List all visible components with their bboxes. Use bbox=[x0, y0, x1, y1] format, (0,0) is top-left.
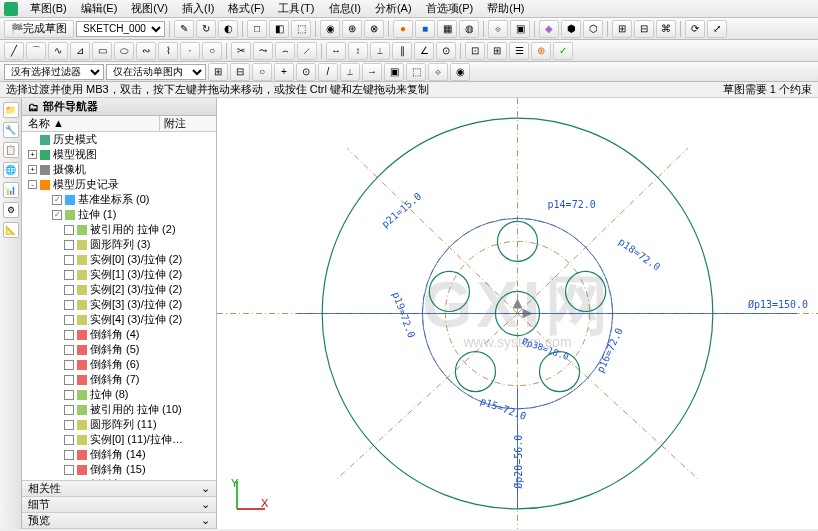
tree-item[interactable]: 实例[1] (3)/拉伸 (2) bbox=[22, 267, 216, 282]
chamfer-tool[interactable]: ⟋ bbox=[297, 42, 317, 60]
menu-tools[interactable]: 工具(T) bbox=[272, 1, 320, 16]
menu-info[interactable]: 信息(I) bbox=[323, 1, 367, 16]
tool-btn[interactable]: ▦ bbox=[437, 20, 457, 38]
tool-btn[interactable]: ⌇ bbox=[158, 42, 178, 60]
filter-dropdown[interactable]: 没有选择过滤器 bbox=[4, 64, 104, 80]
extend-tool[interactable]: ⤳ bbox=[253, 42, 273, 60]
tool-btn[interactable]: ⊙ bbox=[436, 42, 456, 60]
nav-section-preview[interactable]: 预览⌄ bbox=[22, 513, 216, 529]
tool-btn[interactable]: ◆ bbox=[539, 20, 559, 38]
tool-btn[interactable]: □ bbox=[247, 20, 267, 38]
tool-btn[interactable]: ☰ bbox=[509, 42, 529, 60]
spline-tool[interactable]: ∾ bbox=[136, 42, 156, 60]
tree-item[interactable]: +模型视图 bbox=[22, 147, 216, 162]
menu-analysis[interactable]: 分析(A) bbox=[369, 1, 418, 16]
menu-format[interactable]: 格式(F) bbox=[222, 1, 270, 16]
tool-btn[interactable]: ⬚ bbox=[406, 63, 426, 81]
resbar-btn[interactable]: 🔧 bbox=[3, 122, 19, 138]
tool-btn[interactable]: / bbox=[318, 63, 338, 81]
arc-tool[interactable]: ⌒ bbox=[26, 42, 46, 60]
tool-btn[interactable]: ⤢ bbox=[707, 20, 727, 38]
resbar-btn[interactable]: 📋 bbox=[3, 142, 19, 158]
tool-btn[interactable]: ↕ bbox=[348, 42, 368, 60]
tree-item[interactable]: ✓拉伸 (1) bbox=[22, 207, 216, 222]
resbar-btn[interactable]: 📊 bbox=[3, 182, 19, 198]
menu-insert[interactable]: 插入(I) bbox=[176, 1, 220, 16]
tool-btn[interactable]: ⟐ bbox=[488, 20, 508, 38]
point-tool[interactable]: · bbox=[180, 42, 200, 60]
fillet-tool[interactable]: ⌢ bbox=[275, 42, 295, 60]
tool-btn[interactable]: ⊞ bbox=[612, 20, 632, 38]
col-note[interactable]: 附注 bbox=[160, 116, 216, 131]
tree-item[interactable]: 倒斜角 (15) bbox=[22, 462, 216, 477]
tool-btn[interactable]: ⟳ bbox=[685, 20, 705, 38]
tool-btn[interactable]: ◍ bbox=[459, 20, 479, 38]
tool-btn[interactable]: ● bbox=[393, 20, 413, 38]
tool-btn[interactable]: ⊡ bbox=[465, 42, 485, 60]
tree-item[interactable]: 圆形阵列 (3) bbox=[22, 237, 216, 252]
menu-sketch[interactable]: 草图(B) bbox=[24, 1, 73, 16]
tool-btn[interactable]: ⊟ bbox=[230, 63, 250, 81]
tool-btn[interactable]: ⟐ bbox=[428, 63, 448, 81]
finish-sketch-button[interactable]: 🏁 完成草图 bbox=[4, 20, 74, 38]
tree-item[interactable]: 倒斜角 (6) bbox=[22, 357, 216, 372]
tree-item[interactable]: 倒斜角 (5) bbox=[22, 342, 216, 357]
curve-tool[interactable]: ∿ bbox=[48, 42, 68, 60]
tool-btn[interactable]: → bbox=[362, 63, 382, 81]
tool-btn[interactable]: ⊿ bbox=[70, 42, 90, 60]
resbar-nav[interactable]: 📁 bbox=[3, 102, 19, 118]
col-name[interactable]: 名称 ▲ bbox=[22, 116, 160, 131]
tree-item[interactable]: +摄像机 bbox=[22, 162, 216, 177]
resbar-btn[interactable]: 🌐 bbox=[3, 162, 19, 178]
tool-btn[interactable]: ∥ bbox=[392, 42, 412, 60]
tree-item[interactable]: 实例[3] (3)/拉伸 (2) bbox=[22, 297, 216, 312]
tool-btn[interactable]: ⬡ bbox=[583, 20, 603, 38]
menu-view[interactable]: 视图(V) bbox=[125, 1, 174, 16]
model-tree[interactable]: 历史模式+模型视图+摄像机-模型历史记录✓基准坐标系 (0)✓拉伸 (1)被引用… bbox=[22, 132, 216, 480]
tool-btn[interactable]: ▣ bbox=[510, 20, 530, 38]
rect-tool[interactable]: ▭ bbox=[92, 42, 112, 60]
tree-item[interactable]: 历史模式 bbox=[22, 132, 216, 147]
tool-btn[interactable]: ⬚ bbox=[291, 20, 311, 38]
tree-item[interactable]: 实例[4] (3)/拉伸 (2) bbox=[22, 312, 216, 327]
menu-edit[interactable]: 编辑(E) bbox=[75, 1, 124, 16]
scope-dropdown[interactable]: 仅在活动单图内 bbox=[106, 64, 206, 80]
menu-help[interactable]: 帮助(H) bbox=[481, 1, 530, 16]
tool-btn[interactable]: + bbox=[274, 63, 294, 81]
nav-section-details[interactable]: 细节⌄ bbox=[22, 497, 216, 513]
tree-item[interactable]: 实例[2] (3)/拉伸 (2) bbox=[22, 282, 216, 297]
tool-btn[interactable]: ⊕ bbox=[531, 42, 551, 60]
tree-item[interactable]: 圆形阵列 (11) bbox=[22, 417, 216, 432]
tool-btn[interactable]: ▣ bbox=[384, 63, 404, 81]
tool-btn[interactable]: ⊟ bbox=[634, 20, 654, 38]
tree-item[interactable]: ✓基准坐标系 (0) bbox=[22, 192, 216, 207]
tool-btn[interactable]: ⌘ bbox=[656, 20, 676, 38]
tree-item[interactable]: 实例[0] (3)/拉伸 (2) bbox=[22, 252, 216, 267]
tool-btn[interactable]: ⬢ bbox=[561, 20, 581, 38]
tool-btn[interactable]: ◉ bbox=[320, 20, 340, 38]
tool-btn[interactable]: ⊙ bbox=[296, 63, 316, 81]
tool-btn[interactable]: ⟂ bbox=[340, 63, 360, 81]
tool-btn[interactable]: ■ bbox=[415, 20, 435, 38]
tree-item[interactable]: 倒斜角 (7) bbox=[22, 372, 216, 387]
dim-tool[interactable]: ↔ bbox=[326, 42, 346, 60]
resbar-btn[interactable]: 📐 bbox=[3, 222, 19, 238]
tool-btn[interactable]: ⊗ bbox=[364, 20, 384, 38]
tool-btn[interactable]: ↻ bbox=[196, 20, 216, 38]
tree-item[interactable]: -模型历史记录 bbox=[22, 177, 216, 192]
tool-btn[interactable]: ○ bbox=[252, 63, 272, 81]
tool-btn[interactable]: ∠ bbox=[414, 42, 434, 60]
tree-item[interactable]: 倒斜角 (14) bbox=[22, 447, 216, 462]
tree-item[interactable]: 倒斜角 (4) bbox=[22, 327, 216, 342]
tool-btn[interactable]: ⊞ bbox=[487, 42, 507, 60]
tree-item[interactable]: 被引用的 拉伸 (2) bbox=[22, 222, 216, 237]
sketch-name-dropdown[interactable]: SKETCH_000 bbox=[76, 21, 165, 37]
resbar-btn[interactable]: ⚙ bbox=[3, 202, 19, 218]
tool-btn[interactable]: ◧ bbox=[269, 20, 289, 38]
tool-btn[interactable]: ⊕ bbox=[342, 20, 362, 38]
tool-btn[interactable]: ⬭ bbox=[114, 42, 134, 60]
tool-btn[interactable]: ◉ bbox=[450, 63, 470, 81]
trim-tool[interactable]: ✂ bbox=[231, 42, 251, 60]
line-tool[interactable]: ╱ bbox=[4, 42, 24, 60]
circle-tool[interactable]: ○ bbox=[202, 42, 222, 60]
